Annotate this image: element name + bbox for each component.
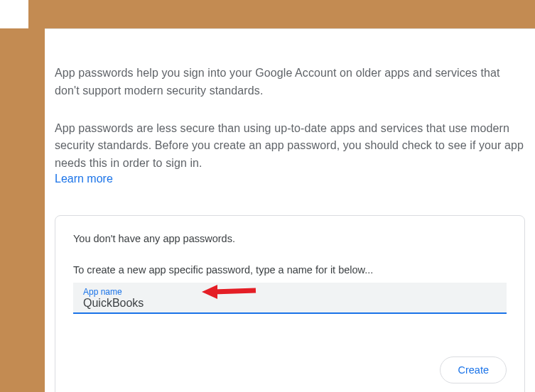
- intro-paragraph-1: App passwords help you sign into your Go…: [55, 65, 525, 100]
- app-name-input[interactable]: [83, 297, 498, 310]
- intro-paragraph-2: App passwords are less secure than using…: [55, 120, 525, 173]
- learn-more-link[interactable]: Learn more: [55, 173, 113, 185]
- app-name-label: App name: [83, 287, 498, 297]
- top-corner-block: [0, 0, 28, 28]
- create-instruction-text: To create a new app specific password, t…: [73, 264, 507, 276]
- app-name-field-wrapper[interactable]: App name: [73, 283, 507, 314]
- create-button[interactable]: Create: [440, 356, 507, 383]
- main-panel: App passwords help you sign into your Go…: [45, 28, 535, 392]
- no-passwords-text: You don't have any app passwords.: [73, 233, 507, 244]
- content-inner: App passwords help you sign into your Go…: [45, 29, 535, 392]
- app-password-card: You don't have any app passwords. To cre…: [55, 215, 525, 392]
